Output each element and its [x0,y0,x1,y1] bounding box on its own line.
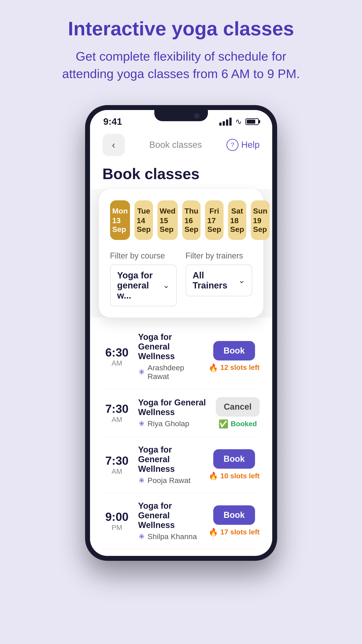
time-period-2: AM [103,416,132,424]
class-action-4: Book 🔥 17 slots left [208,505,259,536]
page-title: Book classes [90,163,272,189]
status-icons: ∿ [219,117,259,126]
trainer-icon-2: ⛯ [138,420,145,428]
camera-dot [194,113,199,118]
trainer-icon-3: ⛯ [138,476,145,484]
class-time-2: 7:30 AM [103,402,132,424]
class-action-3: Book 🔥 10 slots left [208,449,259,480]
trainer-name-2: Riya Gholap [148,419,189,428]
filter-section: Filter by course Yoga for general w... ⌄… [110,251,252,306]
day-sun[interactable]: Sun 19 Sep [251,200,270,240]
time-period-1: AM [103,359,132,368]
day-name-thu: Thu [184,206,198,215]
class-name-2: Yoga for General Wellness [138,398,209,417]
class-trainer-1: ⛯ Arashdeep Rawat [138,363,202,381]
phone-frame: 9:41 ∿ ‹ [85,105,277,561]
day-date-mon: 13 Sep [112,216,128,234]
slots-info-1: 🔥 12 slots left [208,363,259,372]
day-tue[interactable]: Tue 14 Sep [134,200,153,240]
status-bar: 9:41 ∿ [90,110,272,129]
class-item-4: 9:00 PM Yoga for General Wellness ⛯ Shil… [103,493,260,549]
day-name-sat: Sat [231,206,243,215]
filter-course-group: Filter by course Yoga for general w... ⌄ [110,251,177,306]
fire-icon-1: 🔥 [208,363,218,372]
day-mon[interactable]: Mon 13 Sep [110,200,130,240]
cancel-button-2[interactable]: Cancel [216,397,260,416]
class-name-4: Yoga for General Wellness [138,501,202,530]
book-button-4[interactable]: Book [213,505,255,525]
class-action-1: Book 🔥 12 slots left [208,341,259,372]
trainer-icon-1: ⛯ [138,368,145,376]
filter-course-dropdown[interactable]: Yoga for general w... ⌄ [110,264,177,306]
trainer-name-3: Pooja Rawat [148,476,191,485]
trainer-name-4: Shilpa Khanna [148,532,197,541]
classes-list: 6:30 AM Yoga for General Wellness ⛯ Aras… [90,318,272,556]
chevron-down-icon: ⌄ [163,281,170,290]
battery-icon [245,118,259,125]
back-chevron-icon: ‹ [112,139,115,150]
phone-mockup: 9:41 ∿ ‹ [64,105,298,561]
class-trainer-3: ⛯ Pooja Rawat [138,476,202,485]
class-name-1: Yoga for General Wellness [138,332,202,361]
class-info-1: Yoga for General Wellness ⛯ Arashdeep Ra… [138,332,202,381]
slots-info-3: 🔥 10 slots left [208,471,259,480]
class-time-4: 9:00 PM [103,510,132,532]
class-time-3: 7:30 AM [103,454,132,476]
days-row: Mon 13 Sep Tue 14 Sep Wed 15 Sep Thu 16 … [110,200,252,240]
slots-info-4: 🔥 17 slots left [208,528,259,536]
day-date-thu: 16 Sep [184,216,198,234]
help-button[interactable]: ? Help [226,139,259,151]
fire-icon-3: 🔥 [208,471,218,480]
day-sat[interactable]: Sat 18 Sep [228,200,246,240]
help-label: Help [241,140,259,150]
hero-subtitle: Get complete flexibility of schedule for… [58,48,304,83]
status-time: 9:41 [103,116,122,127]
class-info-4: Yoga for General Wellness ⛯ Shilpa Khann… [138,501,202,541]
class-item-2: 7:30 AM Yoga for General Wellness ⛯ Riya… [103,389,260,437]
calendar-card: Mon 13 Sep Tue 14 Sep Wed 15 Sep Thu 16 … [99,189,263,318]
book-button-1[interactable]: Book [213,341,255,360]
phone-notch [154,110,208,121]
filter-trainer-label: Filter by trainers [185,251,252,260]
time-hour-4: 9:00 [103,510,132,524]
class-item-3: 7:30 AM Yoga for General Wellness ⛯ Pooj… [103,437,260,493]
time-period-3: AM [103,467,132,476]
slots-text-1: 12 slots left [220,363,259,372]
day-name-fri: Fri [209,206,219,215]
class-trainer-2: ⛯ Riya Gholap [138,419,209,428]
filter-course-label: Filter by course [110,251,177,260]
phone-screen: 9:41 ∿ ‹ [90,110,272,556]
class-item-1: 6:30 AM Yoga for General Wellness ⛯ Aras… [103,324,260,389]
class-trainer-4: ⛯ Shilpa Khanna [138,532,202,541]
slots-text-4: 17 slots left [220,528,259,536]
day-date-sat: 18 Sep [230,216,244,234]
app-header: ‹ Book classes ? Help [90,129,272,163]
booked-badge-2: ✅ Booked [218,419,257,429]
day-name-mon: Mon [112,206,128,215]
hero-title: Interactive yoga classes [68,18,294,40]
wifi-icon: ∿ [235,117,242,126]
check-icon-2: ✅ [218,419,228,429]
trainer-icon-4: ⛯ [138,532,145,541]
back-button[interactable]: ‹ [103,134,125,156]
help-icon: ? [226,139,238,151]
day-name-sun: Sun [253,206,267,215]
time-hour-2: 7:30 [103,402,132,416]
day-date-fri: 17 Sep [207,216,221,234]
day-fri[interactable]: Fri 17 Sep [205,200,223,240]
booked-text-2: Booked [231,420,257,428]
class-info-2: Yoga for General Wellness ⛯ Riya Gholap [138,398,209,428]
day-date-tue: 14 Sep [137,216,151,234]
filter-trainer-dropdown[interactable]: All Trainers ⌄ [185,264,252,296]
day-date-wed: 15 Sep [160,216,176,234]
filter-course-value: Yoga for general w... [117,270,163,300]
day-thu[interactable]: Thu 16 Sep [182,200,200,240]
class-action-2: Cancel ✅ Booked [216,397,260,429]
day-name-tue: Tue [137,206,150,215]
class-info-3: Yoga for General Wellness ⛯ Pooja Rawat [138,445,202,485]
day-wed[interactable]: Wed 15 Sep [158,200,178,240]
chevron-down-icon-trainer: ⌄ [238,276,245,285]
time-period-4: PM [103,524,132,532]
book-button-3[interactable]: Book [213,449,255,469]
class-time-1: 6:30 AM [103,346,132,368]
